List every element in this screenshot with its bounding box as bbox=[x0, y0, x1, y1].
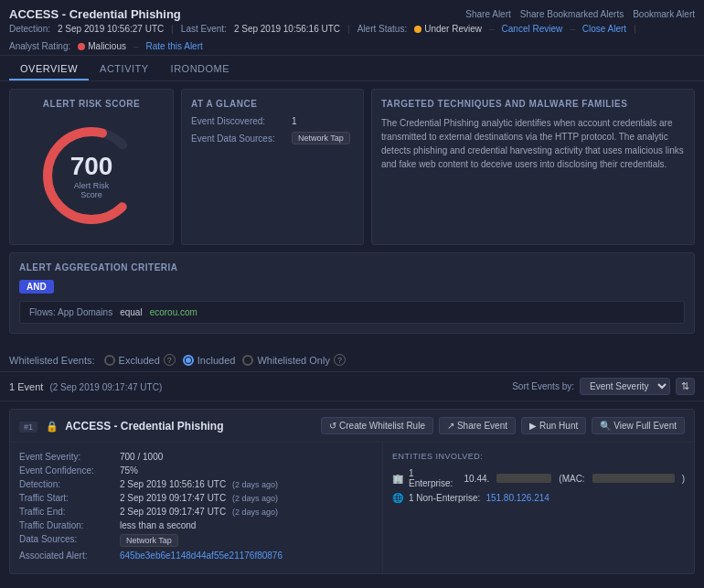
event-data-sources-label: Event Data Sources: bbox=[191, 134, 292, 144]
whitelisted-only-help-icon[interactable]: ? bbox=[334, 354, 346, 366]
traffic-start-val: 2 Sep 2019 09:17:47 UTC (2 days ago) bbox=[120, 493, 373, 503]
last-event-label: Last Event: bbox=[181, 24, 227, 34]
whitelisted-only-option[interactable]: Whitelisted Only ? bbox=[242, 354, 345, 366]
main-content: Alert Risk Score 700 Alert Risk Score At… bbox=[0, 81, 704, 348]
event-card: #1 🔒 ACCESS - Credential Phishing ↺ Crea… bbox=[9, 409, 695, 574]
whitelist-rule-icon: ↺ bbox=[329, 421, 336, 431]
data-sources-badge: Network Tap bbox=[120, 534, 178, 547]
detection-bar: Detection: 2 Sep 2019 10:56:27 UTC | Las… bbox=[9, 24, 695, 51]
entity1-close: ) bbox=[682, 474, 685, 484]
traffic-start-label: Traffic Start: bbox=[19, 493, 120, 503]
techniques-card: Targeted Techniques and Malware Families… bbox=[371, 89, 695, 245]
risk-score-title: Alert Risk Score bbox=[43, 99, 140, 109]
flows-op: equal bbox=[120, 307, 142, 317]
tab-irondome[interactable]: IRONDOME bbox=[160, 58, 241, 80]
network-tap-badge: Network Tap bbox=[292, 132, 350, 144]
run-hunt-btn[interactable]: ▶ Run Hunt bbox=[521, 417, 586, 434]
event-body: Event Severity: 700 / 1000 Event Confide… bbox=[10, 443, 694, 573]
entity2-type: 1 Non-Enterprise: bbox=[409, 493, 480, 503]
entity2-ip[interactable]: 151.80.126.214 bbox=[485, 493, 549, 503]
alert-title: ACCESS - Credential Phishing bbox=[9, 7, 181, 21]
analyst-rating-label: Analyst Rating: bbox=[9, 41, 70, 51]
aggregation-card: Alert Aggregation Criteria AND Flows: Ap… bbox=[9, 252, 695, 334]
event-discovered-label: Event Discovered: bbox=[191, 116, 292, 126]
traffic-duration-row: Traffic Duration: less than a second bbox=[19, 520, 373, 530]
traffic-end-label: Traffic End: bbox=[19, 507, 120, 517]
view-icon: 🔍 bbox=[600, 421, 611, 431]
detection-row: Detection: 2 Sep 2019 10:56:16 UTC (2 da… bbox=[19, 479, 373, 489]
event-title: ACCESS - Credential Phishing bbox=[65, 420, 223, 433]
hunt-icon: ▶ bbox=[529, 421, 537, 431]
entity1-type: 1 Enterprise: bbox=[409, 468, 459, 488]
traffic-end-row: Traffic End: 2 Sep 2019 09:17:47 UTC (2 … bbox=[19, 507, 373, 517]
tab-bar: OVERVIEW ACTIVITY IRONDOME bbox=[0, 58, 704, 81]
events-header: 1 Event (2 Sep 2019 09:17:47 UTC) Sort E… bbox=[0, 372, 704, 401]
entity1-ip: 10.44. bbox=[464, 474, 490, 484]
sort-select[interactable]: Event Severity bbox=[580, 378, 670, 395]
view-full-event-btn[interactable]: 🔍 View Full Event bbox=[592, 417, 685, 434]
share-icon: ↗ bbox=[447, 421, 454, 431]
event-discovered-value: 1 bbox=[292, 116, 297, 126]
traffic-end-val: 2 Sep 2019 09:17:47 UTC (2 days ago) bbox=[120, 507, 373, 517]
close-alert-btn[interactable]: Close Alert bbox=[582, 24, 626, 34]
severity-value: 700 / 1000 bbox=[120, 452, 373, 462]
sort-row: Sort Events by: Event Severity ⇅ bbox=[512, 378, 695, 395]
event-details: Event Severity: 700 / 1000 Event Confide… bbox=[10, 443, 383, 573]
share-alert-btn[interactable]: Share Alert bbox=[465, 9, 510, 19]
header-actions: Share Alert Share Bookmarked Alerts Book… bbox=[465, 9, 695, 19]
detection-time: 2 Sep 2019 10:56:27 UTC bbox=[58, 24, 164, 34]
included-option[interactable]: Included bbox=[183, 355, 236, 366]
tab-overview[interactable]: OVERVIEW bbox=[9, 58, 89, 80]
techniques-description: The Credential Phishing analytic identif… bbox=[381, 116, 685, 171]
risk-score-card: Alert Risk Score 700 Alert Risk Score bbox=[9, 89, 174, 245]
glance-title: At a Glance bbox=[191, 99, 354, 109]
event-number: #1 bbox=[19, 422, 37, 433]
share-event-btn[interactable]: ↗ Share Event bbox=[439, 417, 516, 434]
event-actions: ↺ Create Whitelist Rule ↗ Share Event ▶ … bbox=[321, 417, 685, 434]
detection-val: 2 Sep 2019 10:56:16 UTC (2 days ago) bbox=[120, 479, 373, 489]
whitelist-radio-group: Excluded ? Included Whitelisted Only ? bbox=[104, 354, 346, 366]
events-count-area: 1 Event (2 Sep 2019 09:17:47 UTC) bbox=[9, 381, 162, 392]
excluded-radio[interactable] bbox=[104, 355, 115, 366]
share-bookmarked-btn[interactable]: Share Bookmarked Alerts bbox=[520, 9, 624, 19]
bookmark-alert-btn[interactable]: Bookmark Alert bbox=[633, 9, 695, 19]
detection-label: Detection: bbox=[9, 24, 50, 34]
last-event-time: 2 Sep 2019 10:56:16 UTC bbox=[234, 24, 340, 34]
associated-alert-link[interactable]: 645be3eb6e1148d44af55e21176f80876 bbox=[120, 551, 373, 561]
severity-row: Event Severity: 700 / 1000 bbox=[19, 452, 373, 462]
cancel-review-btn[interactable]: Cancel Review bbox=[502, 24, 563, 34]
gauge-center: 700 Alert Risk Score bbox=[64, 152, 119, 199]
rating-dot bbox=[78, 43, 85, 50]
gauge-container: 700 Alert Risk Score bbox=[37, 121, 146, 230]
event-entities: ENTITIES INVOLVED: 🏢 1 Enterprise: 10.44… bbox=[383, 443, 694, 573]
status-dot bbox=[414, 26, 421, 33]
risk-score-value: 700 bbox=[64, 152, 119, 181]
severity-label: Event Severity: bbox=[19, 452, 120, 462]
sort-direction-btn[interactable]: ⇅ bbox=[676, 378, 695, 395]
event-card-header: #1 🔒 ACCESS - Credential Phishing ↺ Crea… bbox=[10, 410, 694, 443]
excluded-label: Excluded bbox=[119, 355, 160, 366]
lock-icon: 🔒 bbox=[46, 421, 59, 432]
flows-value: ecorou.com bbox=[150, 307, 197, 317]
entity1-row: 🏢 1 Enterprise: 10.44. (MAC: ) bbox=[392, 468, 685, 488]
create-whitelist-btn[interactable]: ↺ Create Whitelist Rule bbox=[321, 417, 433, 434]
included-radio[interactable] bbox=[183, 355, 194, 366]
at-a-glance-card: At a Glance Event Discovered: 1 Event Da… bbox=[181, 89, 364, 245]
excluded-option[interactable]: Excluded ? bbox=[104, 354, 176, 366]
whitelist-row: Whitelisted Events: Excluded ? Included … bbox=[0, 348, 704, 372]
page-header: ACCESS - Credential Phishing Share Alert… bbox=[0, 0, 704, 56]
flows-label: Flows: App Domains bbox=[29, 307, 112, 317]
event-title-group: #1 🔒 ACCESS - Credential Phishing bbox=[19, 420, 224, 433]
event-discovered-row: Event Discovered: 1 bbox=[191, 116, 354, 126]
whitelisted-only-label: Whitelisted Only bbox=[257, 355, 329, 366]
status-text: Under Review bbox=[424, 24, 482, 34]
confidence-row: Event Confidence: 75% bbox=[19, 465, 373, 476]
aggregation-title: Alert Aggregation Criteria bbox=[19, 262, 685, 273]
whitelisted-only-radio[interactable] bbox=[242, 355, 253, 366]
excluded-help-icon[interactable]: ? bbox=[164, 354, 176, 366]
rate-alert-btn[interactable]: Rate this Alert bbox=[146, 41, 203, 51]
rating-text: Malicious bbox=[88, 41, 126, 51]
non-enterprise-icon: 🌐 bbox=[392, 493, 403, 503]
confidence-label: Event Confidence: bbox=[19, 465, 120, 476]
tab-activity[interactable]: ACTIVITY bbox=[89, 58, 160, 80]
